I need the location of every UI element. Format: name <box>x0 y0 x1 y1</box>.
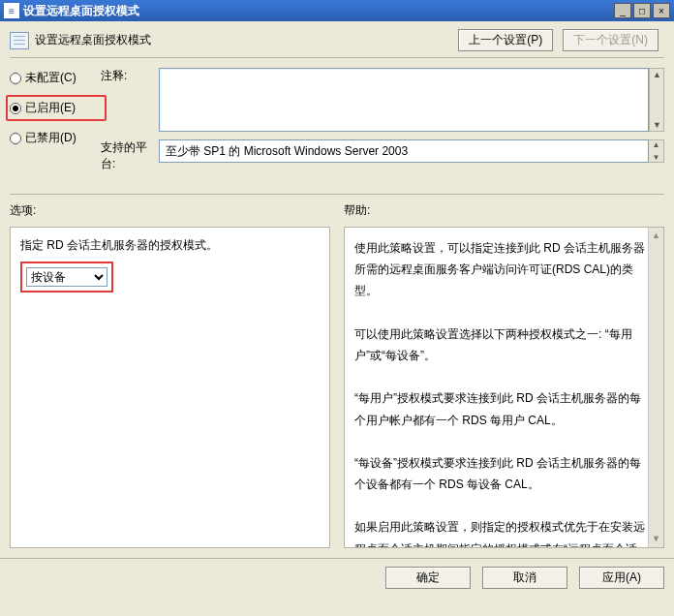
cancel-button[interactable]: 取消 <box>482 567 567 589</box>
scroll-up-icon: ▲ <box>653 140 660 149</box>
help-paragraph: 如果启用此策略设置，则指定的授权模式优先于在安装远程桌面会话主机期间指定的授权模… <box>354 516 646 548</box>
help-header: 帮助: <box>344 202 664 219</box>
dialog-footer: 确定 取消 应用(A) <box>0 558 674 599</box>
help-panel: 使用此策略设置，可以指定连接到此 RD 会话主机服务器所需的远程桌面服务客户端访… <box>344 227 664 548</box>
scroll-up-icon: ▲ <box>652 228 660 244</box>
next-setting-button: 下一个设置(N) <box>563 29 659 51</box>
ok-button[interactable]: 确定 <box>385 567 471 589</box>
header-divider <box>10 57 664 58</box>
options-header: 选项: <box>10 202 330 219</box>
license-mode-select[interactable]: 按设备 <box>26 267 107 287</box>
scroll-down-icon: ▼ <box>653 153 660 162</box>
prev-setting-button[interactable]: 上一个设置(P) <box>458 29 553 51</box>
state-radio-group: 未配置(C) 已启用(E) 已禁用(D) <box>10 68 101 146</box>
comment-label: 注释: <box>101 68 159 84</box>
radio-dot-icon <box>10 133 21 144</box>
close-button[interactable]: × <box>653 3 670 18</box>
radio-disabled[interactable]: 已禁用(D) <box>10 130 101 146</box>
help-paragraph: “每设备”授权模式要求连接到此 RD 会话主机服务器的每个设备都有一个 RDS … <box>354 452 646 495</box>
radio-enabled[interactable]: 已启用(E) <box>6 95 107 121</box>
section-divider <box>10 194 664 195</box>
radio-label: 未配置(C) <box>25 70 77 86</box>
window-title: 设置远程桌面授权模式 <box>23 3 612 19</box>
policy-icon <box>10 32 29 49</box>
radio-label: 已禁用(D) <box>25 130 77 146</box>
maximize-button[interactable]: □ <box>633 3 651 18</box>
scroll-down-icon: ▼ <box>653 120 661 130</box>
policy-subtitle: 设置远程桌面授权模式 <box>35 32 458 48</box>
radio-dot-icon <box>10 103 21 114</box>
platform-label: 支持的平台: <box>101 139 159 172</box>
scroll-down-icon: ▼ <box>652 531 660 547</box>
radio-not-configured[interactable]: 未配置(C) <box>10 70 101 86</box>
radio-dot-icon <box>10 73 21 84</box>
platform-scrollbar[interactable]: ▲ ▼ <box>649 139 664 163</box>
options-panel: 指定 RD 会话主机服务器的授权模式。 按设备 <box>10 227 330 548</box>
comment-scrollbar[interactable]: ▲ ▼ <box>649 68 664 132</box>
help-scrollbar[interactable]: ▲ ▼ <box>648 228 663 547</box>
platform-value: 至少带 SP1 的 Microsoft Windows Server 2003 <box>159 139 649 163</box>
license-mode-dropdown-wrap: 按设备 <box>20 262 113 293</box>
help-paragraph: 使用此策略设置，可以指定连接到此 RD 会话主机服务器所需的远程桌面服务客户端访… <box>354 237 646 302</box>
apply-button[interactable]: 应用(A) <box>579 567 664 589</box>
titlebar[interactable]: ≡ 设置远程桌面授权模式 _ □ × <box>0 0 674 21</box>
header-row: 设置远程桌面授权模式 上一个设置(P) 下一个设置(N) <box>10 29 664 51</box>
system-icon: ≡ <box>4 3 19 18</box>
comment-textarea[interactable] <box>159 68 649 132</box>
scroll-up-icon: ▲ <box>653 70 661 79</box>
help-paragraph: 可以使用此策略设置选择以下两种授权模式之一: “每用户”或“每设备”。 <box>354 323 646 366</box>
options-instruction: 指定 RD 会话主机服务器的授权模式。 <box>20 237 320 254</box>
minimize-button[interactable]: _ <box>614 3 631 18</box>
radio-label: 已启用(E) <box>25 100 76 116</box>
help-paragraph: “每用户”授权模式要求连接到此 RD 会话主机服务器的每个用户帐户都有一个 RD… <box>354 387 646 430</box>
